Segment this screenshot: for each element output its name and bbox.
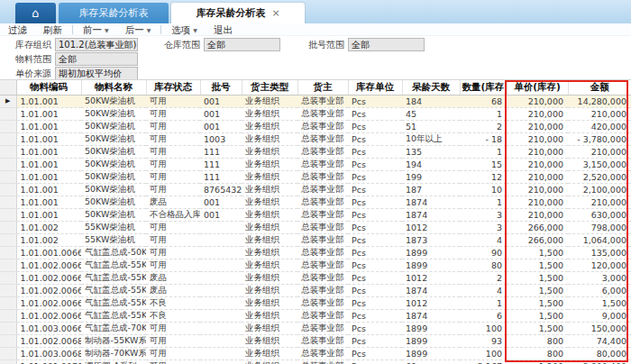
cell-material-name[interactable]: 制动器-70KW系列 [81,347,146,359]
batch-range-field[interactable]: 全部 [348,38,425,51]
cell-owner[interactable]: 总装事业部 [297,170,348,183]
cell-inventory-unit[interactable]: Pcs [348,208,402,221]
column-header-batch-no[interactable]: 批号 [200,80,242,95]
cell-material-code[interactable]: 1.01.001 [16,196,81,208]
cell-idle-days[interactable]: 187 [402,183,460,196]
cell-amount[interactable]: 3,000 [568,271,631,284]
cell-batch-no[interactable]: 1003 [200,132,242,145]
cell-unit-price-stock[interactable]: 800 [507,347,568,359]
table-row[interactable]: 1.01.003.0068制动器-70KW系列可用业务组织总装事业部Pcs189… [0,347,631,359]
cell-qty-stock[interactable]: 3 [460,208,507,221]
cell-owner-type[interactable]: 业务组织 [242,145,297,158]
cell-batch-no[interactable]: 111 [200,145,242,158]
table-row[interactable]: 1.01.00150KW柴油机可用001业务组织总装事业部Pcs451210,0… [0,107,631,120]
cell-qty-stock[interactable]: 1 [460,107,507,120]
cell-batch-no[interactable] [200,322,242,334]
cell-unit-price-stock[interactable]: 210,000 [507,170,568,183]
cell-inventory-unit[interactable]: Pcs [348,322,402,334]
cell-material-code[interactable]: 1.01.001 [16,158,81,170]
cell-inventory-unit[interactable]: Pcs [348,347,402,359]
row-indicator[interactable] [0,309,16,322]
column-header-owner[interactable]: 货主 [297,80,348,95]
cell-idle-days[interactable]: 135 [402,145,460,158]
cell-unit-price-stock[interactable]: 1,500 [507,284,568,296]
cell-material-name[interactable]: 气缸盖总成-55KW [81,296,146,309]
cell-owner-type[interactable]: 业务组织 [242,334,297,347]
cell-inventory-unit[interactable]: Pcs [348,284,402,296]
table-row[interactable]: 1.01.00150KW柴油机不合格品入库001业务组织总装事业部Pcs1874… [0,208,631,221]
cell-material-name[interactable]: 55KW柴油机 [81,233,146,246]
cell-material-name[interactable]: 50KW柴油机 [81,170,146,183]
cell-qty-stock[interactable]: 68 [460,95,507,107]
cell-unit-price-stock[interactable]: 210,000 [507,120,568,132]
cell-inventory-unit[interactable]: Pcs [348,271,402,284]
tab-inventory-aging-report-2[interactable]: 库存呆龄分析表× [171,3,305,23]
cell-inventory-status[interactable]: 废品 [146,196,200,208]
cell-batch-no[interactable]: 87654321 [200,183,242,196]
row-indicator[interactable] [0,221,16,233]
table-row[interactable]: 1.01.00150KW柴油机可用111业务组织总装事业部Pcs19912210… [0,170,631,183]
cell-material-code[interactable]: 1.01.002.0066 [16,309,81,322]
cell-inventory-status[interactable]: 可用 [146,246,200,259]
cell-idle-days[interactable]: 1899 [402,347,460,359]
cell-amount[interactable]: 120,000 [568,259,631,271]
cell-material-name[interactable]: 气缸盖总成-70KW [81,322,146,334]
cell-material-code[interactable]: 1.01.001 [16,170,81,183]
cell-owner-type[interactable]: 业务组织 [242,259,297,271]
cell-owner[interactable]: 总装事业部 [297,322,348,334]
cell-inventory-unit[interactable]: Pcs [348,95,402,107]
cell-idle-days[interactable]: 1012 [402,271,460,284]
cell-owner[interactable]: 总装事业部 [297,208,348,221]
cell-owner[interactable]: 总装事业部 [297,309,348,322]
cell-qty-stock[interactable]: 1 [460,296,507,309]
cell-owner-type[interactable]: 业务组织 [242,284,297,296]
cell-qty-stock[interactable]: 1 [460,145,507,158]
cell-batch-no[interactable] [200,233,242,246]
cell-idle-days[interactable]: 199 [402,170,460,183]
cell-unit-price-stock[interactable]: 1,500 [507,246,568,259]
cell-qty-stock[interactable]: 4 [460,233,507,246]
cell-qty-stock[interactable]: 100 [460,322,507,334]
cell-batch-no[interactable] [200,359,242,364]
cell-owner-type[interactable]: 业务组织 [242,296,297,309]
warehouse-range-field[interactable]: 全部 [204,38,280,51]
cell-qty-stock[interactable]: 6 [460,309,507,322]
table-row[interactable]: 1.01.002.0066气缸盖总成-55KW废品业务组织总装事业部Pcs101… [0,271,631,284]
cell-owner[interactable]: 总装事业部 [297,183,348,196]
cell-inventory-status[interactable]: 可用 [146,334,200,347]
cell-owner-type[interactable]: 业务组织 [242,132,297,145]
cell-unit-price-stock[interactable]: 210,000 [507,158,568,170]
cell-amount[interactable]: 420,000 [568,120,631,132]
table-row[interactable]: 1.01.002.0068制动器-55KW系列可用业务组织总装事业部Pcs189… [0,334,631,347]
cell-unit-price-stock[interactable]: 210,000 [507,183,568,196]
cell-inventory-status[interactable]: 废品 [146,284,200,296]
cell-owner[interactable]: 总装事业部 [297,246,348,259]
cell-batch-no[interactable] [200,347,242,359]
cell-idle-days[interactable]: 1012 [402,296,460,309]
cell-material-name[interactable]: 气缸盖总成-55KW [81,259,146,271]
table-row[interactable]: ▶1.01.00150KW柴油机可用001业务组织总装事业部Pcs1846821… [0,95,631,107]
column-header-material-code[interactable]: 物料编码 [16,80,81,95]
cell-material-name[interactable]: 气缸盖总成-55KW [81,271,146,284]
cell-idle-days[interactable]: 1873 [402,233,460,246]
cell-inventory-status[interactable]: 可用 [146,221,200,233]
cell-batch-no[interactable]: 111 [200,158,242,170]
cell-owner-type[interactable]: 业务组织 [242,107,297,120]
cell-owner[interactable]: 总装事业部 [297,347,348,359]
row-indicator[interactable] [0,208,16,221]
cell-inventory-status[interactable]: 不良 [146,296,200,309]
table-row[interactable]: 1.01.00255KW柴油机可用业务组织总装事业部Pcs18734266,00… [0,233,631,246]
cell-idle-days[interactable]: 1899 [402,334,460,347]
cell-qty-stock[interactable]: 3,167 [460,359,507,364]
column-header-qty-stock[interactable]: 数量(库存) [460,80,507,95]
row-indicator[interactable] [0,132,16,145]
cell-amount[interactable]: 210,000 [568,145,631,158]
cell-material-name[interactable]: 调压阀-A系列 [81,359,146,364]
cell-inventory-status[interactable]: 可用 [146,322,200,334]
cell-unit-price-stock[interactable]: 210,000 [507,145,568,158]
cell-owner[interactable]: 总装事业部 [297,259,348,271]
options-button[interactable]: 选项▼ [163,23,206,36]
cell-material-code[interactable]: 1.01.001 [16,120,81,132]
cell-unit-price-stock[interactable]: 800 [507,334,568,347]
cell-material-code[interactable]: 1.01.001.0066 [16,246,81,259]
